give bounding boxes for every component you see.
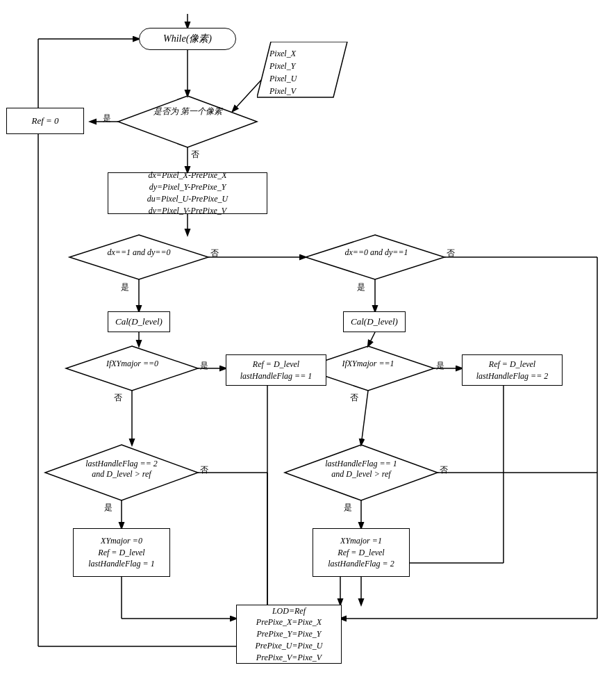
cond-flag2-label: lastHandleFlag == 2and D_level > ref	[56, 459, 188, 480]
ref-dlevel-flag1-box: Ref = D_levellastHandleFlag == 1	[226, 354, 326, 386]
ref-zero-box: Ref = 0	[6, 108, 84, 134]
label-yes-flag1: 是	[344, 502, 352, 514]
set-xymajor1-box: XYmajor =1Ref = D_levellastHandleFlag = …	[313, 528, 410, 577]
label-yes-dx0dy1: 是	[357, 281, 365, 293]
label-yes-xymajor1: 是	[436, 360, 444, 372]
label-no-dx0dy1: 否	[447, 247, 455, 259]
label-no-first-pixel: 否	[191, 149, 199, 161]
cal-d-level-left-box: Cal(D_level)	[108, 311, 170, 332]
calc-diff-box: dx=Pixel_X-PrePixe_Xdy=Pixel_Y-PrePixe_Y…	[108, 172, 267, 214]
label-yes-first-pixel: 是	[103, 113, 111, 124]
label-no-xymajor0: 否	[114, 392, 122, 404]
label-no-xymajor1: 否	[350, 392, 358, 404]
input-pixel-x: Pixel_X	[269, 49, 296, 58]
label-yes-flag2: 是	[104, 502, 113, 514]
label-no-flag1: 否	[440, 464, 448, 476]
input-pixel-v: Pixel_V	[269, 86, 296, 96]
cond-flag1-label: lastHandleFlag == 1and D_level > ref	[288, 459, 434, 480]
label-no-flag2: 否	[200, 464, 208, 476]
cond-dx1-dy0-label: dx==1 and dy==0	[90, 247, 188, 258]
label-yes-dx1dy0: 是	[121, 281, 129, 293]
output-box: LOD=RefPrePixe_X=Pixe_XPrePixe_Y=Pixe_YP…	[236, 605, 342, 664]
while-loop-box: While(像素)	[139, 28, 236, 50]
cond-dx0-dy1-label: dx==0 and dy==1	[325, 247, 428, 258]
is-first-pixel-label: 是否为 第一个像素	[146, 106, 229, 117]
ref-dlevel-flag2-box: Ref = D_levellastHandleFlag == 2	[462, 354, 563, 386]
label-no-dx1dy0: 否	[210, 247, 219, 259]
if-xy-major-1-label: IfXYmajor ==1	[316, 359, 420, 369]
flowchart-diagram: While(像素) Pixel_X Pixel_Y Pixel_U Pixel_…	[0, 0, 616, 695]
if-xy-major-0-label: IfXYmajor ==0	[82, 359, 183, 369]
cal-d-level-right-box: Cal(D_level)	[343, 311, 406, 332]
input-data-box: Pixel_X Pixel_Y Pixel_U Pixel_V	[257, 42, 347, 97]
set-xymajor0-box: XYmajor =0Ref = D_levellastHandleFlag = …	[73, 528, 170, 577]
input-pixel-y: Pixel_Y	[269, 61, 295, 71]
svg-marker-0	[118, 96, 257, 147]
label-yes-xymajor0: 是	[200, 360, 208, 372]
input-pixel-u: Pixel_U	[269, 74, 297, 83]
